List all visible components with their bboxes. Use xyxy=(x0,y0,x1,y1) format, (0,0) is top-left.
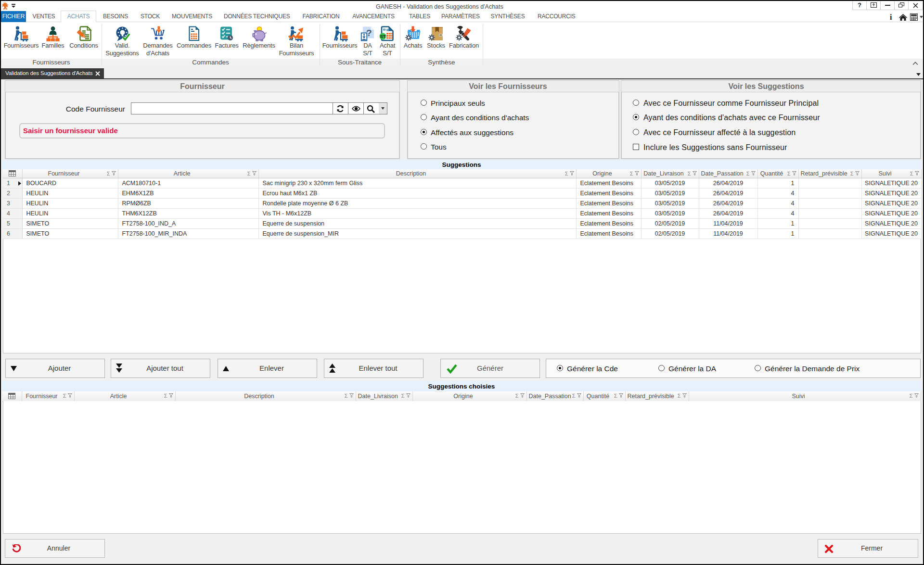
svg-text:ST: ST xyxy=(380,34,386,39)
